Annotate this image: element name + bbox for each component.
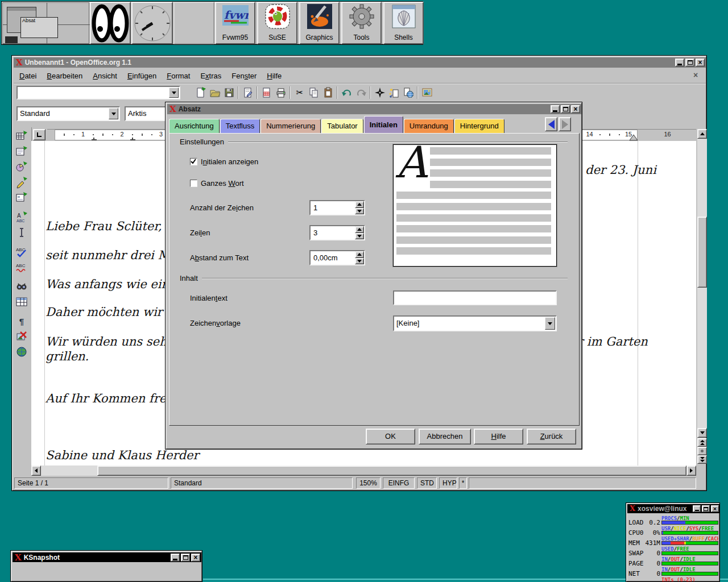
nonprinting-characters-button[interactable]: ¶ [15, 314, 28, 328]
statusbar-page[interactable]: Seite 1 / 1 [14, 477, 168, 489]
xosview-titlebar[interactable]: X xosview@linux × [627, 504, 719, 513]
distance-spinner[interactable]: 0,00cm [309, 250, 365, 265]
statusbar-modified-flag[interactable]: * [459, 477, 467, 489]
stylist-button[interactable] [387, 86, 401, 99]
num-characters-spinner[interactable]: 1 [309, 200, 365, 215]
close-button[interactable]: × [571, 105, 580, 113]
writer-titlebar[interactable]: X Unbenannt1 - OpenOffice.org 1.1 × [14, 57, 706, 68]
hyperlink-dialog-button[interactable] [402, 86, 415, 99]
dropcap-text-input[interactable] [393, 290, 557, 305]
minimize-button[interactable] [171, 554, 180, 562]
style-dropdown-button[interactable] [109, 108, 118, 119]
previous-page-button[interactable] [697, 438, 707, 447]
scroll-left-button[interactable] [31, 465, 41, 476]
new-document-button[interactable] [194, 86, 208, 99]
paragraph-style-combobox[interactable]: Standard [16, 106, 120, 121]
close-button[interactable]: × [191, 554, 200, 562]
statusbar-insert-mode[interactable]: EINFG [383, 477, 415, 489]
whole-word-checkbox[interactable] [190, 180, 197, 187]
spin-down-button[interactable] [355, 233, 364, 240]
dock-button-shells[interactable]: Shells [383, 2, 424, 44]
insert-frame-button[interactable] [15, 145, 28, 159]
url-dropdown-button[interactable] [169, 88, 179, 98]
mail-merge-button[interactable] [260, 86, 274, 99]
maximize-button[interactable] [561, 105, 570, 113]
spin-down-button[interactable] [355, 258, 364, 265]
statusbar-selection-mode[interactable]: STD [417, 477, 437, 489]
menu-ansicht[interactable]: Ansicht [88, 70, 122, 81]
cancel-button[interactable]: Abbrechen [419, 429, 471, 444]
copy-button[interactable] [307, 86, 321, 99]
scroll-right-button[interactable] [686, 465, 696, 476]
lines-spinner[interactable]: 3 [309, 225, 365, 240]
spin-up-button[interactable] [355, 201, 364, 208]
tab-tabulator[interactable]: Tabulator [321, 119, 363, 133]
tab-ausrichtung[interactable]: Ausrichtung [169, 119, 220, 133]
data-sources-button[interactable] [15, 295, 28, 309]
scroll-down-button[interactable] [697, 428, 707, 438]
navigation-button[interactable] [697, 447, 707, 455]
menu-format[interactable]: Format [162, 70, 195, 81]
back-button[interactable]: Zurück [527, 429, 576, 444]
dock-button-tools[interactable]: Tools [341, 2, 382, 44]
graphics-onoff-button[interactable] [15, 330, 28, 343]
spin-up-button[interactable] [355, 251, 364, 258]
ruler-tabstop[interactable] [130, 138, 135, 140]
insert-table-button[interactable] [15, 130, 28, 143]
dropcap-text-field[interactable] [395, 292, 554, 302]
dock-button-graphics[interactable]: Graphics [299, 2, 340, 44]
minimize-button[interactable] [551, 105, 560, 113]
forward-tab-button[interactable] [559, 117, 571, 131]
gallery-button[interactable] [420, 86, 434, 99]
insert-graphics-button[interactable] [15, 160, 28, 174]
ok-button[interactable]: OK [366, 429, 415, 444]
spin-up-button[interactable] [355, 226, 364, 233]
edit-file-button[interactable] [241, 86, 255, 99]
online-layout-button[interactable] [15, 345, 28, 359]
autotext-button[interactable]: AABC [15, 210, 28, 224]
menu-einfügen[interactable]: Einfügen [122, 70, 162, 81]
open-document-button[interactable] [208, 86, 222, 99]
menu-datei[interactable]: Datei [14, 70, 42, 81]
back-tab-button[interactable] [545, 117, 557, 131]
url-combobox[interactable] [16, 86, 180, 99]
tab-type-button[interactable] [33, 129, 46, 140]
undo-button[interactable] [340, 86, 354, 99]
find-replace-button[interactable] [15, 280, 28, 293]
url-input[interactable] [18, 88, 169, 98]
menu-extras[interactable]: Extras [195, 70, 226, 81]
save-document-button[interactable] [222, 86, 236, 99]
maximize-button[interactable] [702, 505, 710, 512]
desktop-pager[interactable]: Absat [2, 2, 89, 44]
char-style-dropdown-button[interactable] [545, 317, 555, 330]
show-dropcaps-checkbox[interactable] [190, 158, 197, 165]
ksnapshot-titlebar[interactable]: X KSnapshot × [13, 552, 201, 562]
direct-cursor-button[interactable] [15, 226, 28, 239]
scroll-up-button[interactable] [697, 129, 707, 139]
statusbar-zoom[interactable]: 150% [356, 477, 380, 489]
redo-button[interactable] [354, 86, 368, 99]
print-button[interactable] [274, 86, 288, 99]
tab-initialen[interactable]: Initialen [364, 116, 403, 133]
dock-button-fvwm95[interactable]: fvwm Fvwm95 [215, 2, 255, 44]
spellcheck-button[interactable]: ABC [15, 245, 28, 259]
tab-hintergrund[interactable]: Hintergrund [454, 119, 504, 133]
dock-button-suse[interactable]: SuSE [257, 2, 297, 44]
autospellcheck-button[interactable]: ABC [15, 260, 28, 274]
close-document-button[interactable]: × [693, 70, 698, 80]
minimize-button[interactable] [693, 505, 701, 512]
tab-umrandung[interactable]: Umrandung [404, 119, 454, 133]
insert-form-button[interactable] [15, 191, 28, 205]
paste-button[interactable] [321, 86, 335, 99]
vertical-scrollbar-thumb[interactable] [697, 217, 707, 288]
menu-bearbeiten[interactable]: Bearbeiten [42, 70, 88, 81]
horizontal-scrollbar-thumb[interactable] [97, 465, 686, 476]
char-style-combobox[interactable]: [Keine] [393, 315, 557, 331]
minimize-button[interactable] [675, 59, 684, 66]
dialog-titlebar[interactable]: X Absatz × [167, 104, 581, 114]
help-button[interactable]: Hilfe [474, 429, 523, 444]
menu-fenster[interactable]: Fenster [226, 70, 262, 81]
statusbar-pagestyle[interactable]: Standard [171, 477, 353, 489]
menu-hilfe[interactable]: Hilfe [262, 70, 287, 81]
close-button[interactable]: × [696, 59, 705, 66]
